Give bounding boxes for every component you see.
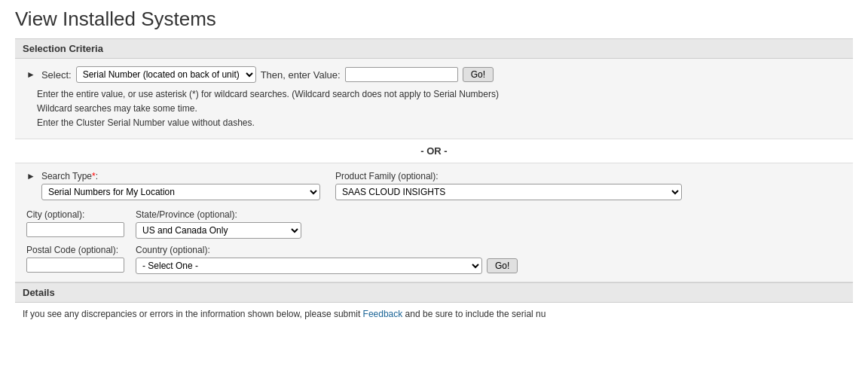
postal-label: Postal Code (optional):: [26, 245, 124, 255]
selection-criteria-header: Selection Criteria: [15, 38, 853, 59]
country-dropdown[interactable]: - Select One -: [136, 258, 482, 274]
search-section: ► Search Type*: Serial Numbers for My Lo…: [15, 163, 853, 282]
postal-country-row: Postal Code (optional): Country (optiona…: [26, 245, 842, 274]
page-container: View Installed Systems Selection Criteri…: [0, 0, 868, 333]
page-title: View Installed Systems: [15, 8, 853, 31]
then-enter-label: Then, enter Value:: [261, 69, 341, 81]
postal-input[interactable]: [26, 258, 124, 273]
bullet-arrow-2: ►: [26, 171, 35, 181]
city-group: City (optional):: [26, 209, 124, 237]
search-type-dropdown[interactable]: Serial Numbers for My Location: [41, 184, 320, 200]
state-group: State/Province (optional): US and Canada…: [136, 209, 301, 239]
product-family-dropdown[interactable]: SAAS CLOUD INSIGHTS: [335, 184, 682, 200]
details-text: If you see any discrepancies or errors i…: [15, 303, 853, 325]
country-label: Country (optional):: [136, 245, 518, 255]
hint-line-1: Enter the entire value, or use asterisk …: [37, 87, 842, 102]
country-group: Country (optional): - Select One - Go!: [136, 245, 518, 274]
go-button-1[interactable]: Go!: [463, 67, 494, 82]
state-label: State/Province (optional):: [136, 209, 301, 220]
criteria-section: ► Select: Serial Number (located on back…: [15, 59, 853, 139]
city-label: City (optional):: [26, 209, 124, 220]
required-star: *: [92, 171, 96, 181]
search-type-label: Search Type*:: [41, 171, 320, 181]
hint-line-2: Wildcard searches may take some time.: [37, 102, 842, 116]
bullet-arrow-1: ►: [26, 69, 35, 80]
state-dropdown[interactable]: US and Canada Only: [136, 222, 301, 239]
product-family-label: Product Family (optional):: [335, 171, 682, 181]
search-type-product-row: Search Type*: Serial Numbers for My Loca…: [41, 171, 682, 200]
hint-line-3: Enter the Cluster Serial Number value wi…: [37, 116, 842, 130]
postal-group: Postal Code (optional):: [26, 245, 124, 273]
hint-block: Enter the entire value, or use asterisk …: [37, 87, 842, 131]
product-family-group: Product Family (optional): SAAS CLOUD IN…: [335, 171, 682, 200]
value-input[interactable]: [345, 67, 458, 82]
city-input[interactable]: [26, 222, 124, 237]
details-header: Details: [15, 282, 853, 303]
details-text-after-link: and be sure to include the serial nu: [402, 309, 546, 319]
select-label: Select:: [41, 69, 72, 81]
search-type-group: Search Type*: Serial Numbers for My Loca…: [41, 171, 320, 200]
go-button-2[interactable]: Go!: [487, 258, 518, 273]
city-state-row: City (optional): State/Province (optiona…: [26, 209, 842, 239]
details-text-before-link: If you see any discrepancies or errors i…: [23, 309, 363, 319]
or-divider: - OR -: [15, 139, 853, 163]
select-row: ► Select: Serial Number (located on back…: [26, 66, 842, 83]
select-dropdown[interactable]: Serial Number (located on back of unit): [76, 66, 256, 83]
feedback-link[interactable]: Feedback: [363, 309, 403, 319]
